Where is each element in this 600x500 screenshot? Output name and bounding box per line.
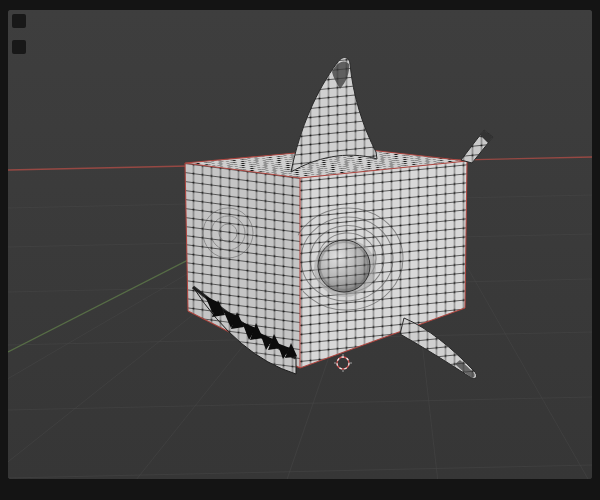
app-window: { "window": { "frame_color": "#141414", …	[0, 0, 600, 500]
editor-corner-icon-top[interactable]	[12, 14, 26, 28]
editor-corner-icon-bottom[interactable]	[12, 40, 26, 54]
eye-sphere-wire	[318, 240, 370, 292]
viewport-canvas[interactable]	[8, 10, 592, 479]
viewport-3d[interactable]	[8, 10, 592, 479]
